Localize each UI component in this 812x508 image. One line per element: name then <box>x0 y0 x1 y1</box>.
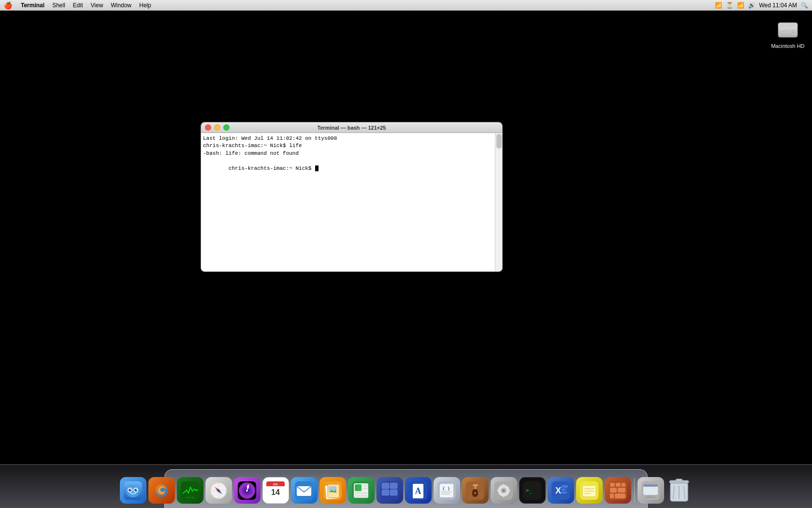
xcode-icon-svg: X <box>551 481 570 500</box>
volume-icon[interactable]: 🔊 <box>748 2 755 9</box>
scrollbar-thumb[interactable] <box>496 134 502 149</box>
window-titlebar: Terminal — bash — 121×25 <box>201 122 502 133</box>
dock-item-spaces[interactable] <box>377 477 403 504</box>
svg-rect-74 <box>497 490 499 491</box>
terminal-line-1: Last login: Wed Jul 14 11:02:42 on ttys0… <box>203 135 493 142</box>
svg-text:14: 14 <box>271 488 280 496</box>
menubar-status-area: 📶 ⏳ 📶 🔊 Wed 11:04 AM 🔍 <box>715 2 809 9</box>
desktop-prefs-icon-svg <box>641 481 660 500</box>
svg-rect-67 <box>473 484 478 486</box>
wifi-icon[interactable]: 📶 <box>737 2 744 9</box>
svg-point-11 <box>129 489 131 492</box>
menubar: 🍎 Terminal Shell Edit View Window Help 📶… <box>0 0 812 11</box>
menu-window[interactable]: Window <box>107 0 135 11</box>
menu-shell[interactable]: Shell <box>48 0 69 11</box>
hd-drive-svg <box>776 18 799 41</box>
window-title: Terminal — bash — 121×25 <box>318 125 386 131</box>
dock-item-desktop-prefs[interactable] <box>638 477 664 504</box>
datetime-display[interactable]: Wed 11:04 AM <box>759 2 798 9</box>
time-machine-icon[interactable]: ⏳ <box>726 2 733 9</box>
ical-icon-svg: JUL 14 <box>266 481 285 500</box>
dock-item-script-editor[interactable]: { } <box>434 477 460 504</box>
fontbook-icon-svg: A <box>409 481 427 500</box>
spaces-icon-svg <box>380 481 399 500</box>
dock-item-system-preferences[interactable] <box>491 477 517 504</box>
dock-item-trash[interactable] <box>666 477 693 504</box>
dock-item-firefox[interactable] <box>148 477 175 504</box>
svg-rect-50 <box>382 483 389 489</box>
apple-menu[interactable]: 🍎 <box>4 1 12 9</box>
dock-item-activity-monitor[interactable]: Activity <box>177 477 203 504</box>
svg-rect-94 <box>610 493 614 498</box>
terminal-dock-icon-svg: >_ <box>523 481 541 500</box>
dock-item-expose[interactable] <box>605 477 631 504</box>
menu-edit[interactable]: Edit <box>69 0 87 11</box>
dock-item-safari[interactable] <box>205 477 232 504</box>
svg-point-13 <box>130 489 131 490</box>
mail-icon-svg <box>295 481 313 500</box>
svg-rect-80 <box>561 485 568 488</box>
stickies-icon-svg <box>580 481 598 500</box>
svg-rect-93 <box>618 488 625 493</box>
menu-help[interactable]: Help <box>135 0 155 11</box>
expose-icon-svg <box>609 481 627 500</box>
svg-point-12 <box>134 489 137 492</box>
dock-item-preview[interactable] <box>319 477 346 504</box>
bluetooth-icon[interactable]: 📶 <box>715 2 722 9</box>
dock-separator <box>634 478 635 502</box>
svg-text:Activity: Activity <box>185 496 194 499</box>
svg-rect-98 <box>643 484 658 487</box>
dock-item-stickies[interactable] <box>576 477 603 504</box>
dock-item-garageband[interactable] <box>462 477 489 504</box>
menu-terminal[interactable]: Terminal <box>17 0 48 11</box>
close-button[interactable] <box>205 124 211 131</box>
hd-label: Macintosh HD <box>771 43 804 49</box>
dock-item-mail[interactable] <box>291 477 318 504</box>
macintosh-hd-icon[interactable]: Macintosh HD <box>771 18 805 49</box>
svg-point-29 <box>246 490 248 492</box>
finder-icon-svg <box>124 481 142 500</box>
svg-rect-5 <box>780 30 789 31</box>
terminal-content[interactable]: Last login: Wed Jul 14 11:02:42 on ttys0… <box>201 133 502 271</box>
maximize-button[interactable] <box>223 124 230 131</box>
dock-item-ical[interactable]: JUL 14 <box>262 477 289 504</box>
dock-item-numbers[interactable] <box>348 477 375 504</box>
svg-rect-72 <box>503 484 504 486</box>
dock-item-itunes[interactable] <box>234 477 261 504</box>
dock-item-fontbook[interactable]: A <box>405 477 432 504</box>
itunes-icon-svg <box>238 481 256 500</box>
terminal-window[interactable]: Terminal — bash — 121×25 Last login: Wed… <box>201 122 503 272</box>
svg-rect-52 <box>382 490 389 495</box>
svg-rect-100 <box>645 497 656 498</box>
firefox-icon-svg <box>152 481 171 500</box>
dock-item-xcode[interactable]: X <box>548 477 574 504</box>
svg-text:X: X <box>555 486 561 495</box>
system-preferences-icon-svg <box>494 481 513 500</box>
svg-rect-47 <box>355 492 368 494</box>
svg-rect-75 <box>508 490 510 491</box>
menu-view[interactable]: View <box>87 0 107 11</box>
svg-point-71 <box>502 489 505 492</box>
dock-item-terminal[interactable]: >_ <box>519 477 546 504</box>
spotlight-icon[interactable]: 🔍 <box>801 2 808 9</box>
svg-rect-48 <box>355 495 368 497</box>
minimize-button[interactable] <box>214 124 220 131</box>
svg-rect-91 <box>622 483 625 487</box>
svg-rect-45 <box>362 484 368 487</box>
svg-point-65 <box>474 492 476 494</box>
svg-rect-53 <box>390 490 397 495</box>
activity-monitor-icon-svg: Activity <box>181 481 199 500</box>
svg-point-14 <box>136 489 137 490</box>
terminal-line-3: -bash: life: command not found <box>203 150 493 157</box>
dock-items-container: Activity <box>120 477 693 506</box>
svg-rect-103 <box>676 479 682 481</box>
scrollbar[interactable] <box>495 133 502 271</box>
svg-rect-44 <box>355 484 362 491</box>
terminal-cursor <box>315 165 319 171</box>
svg-rect-73 <box>503 495 504 497</box>
dock-item-finder[interactable] <box>120 477 146 504</box>
svg-text:>_: >_ <box>526 487 533 493</box>
terminal-line-2: chris-krachts-imac:~ Nick$ life <box>203 142 493 149</box>
trash-icon-svg <box>667 477 691 504</box>
svg-rect-46 <box>362 488 368 490</box>
